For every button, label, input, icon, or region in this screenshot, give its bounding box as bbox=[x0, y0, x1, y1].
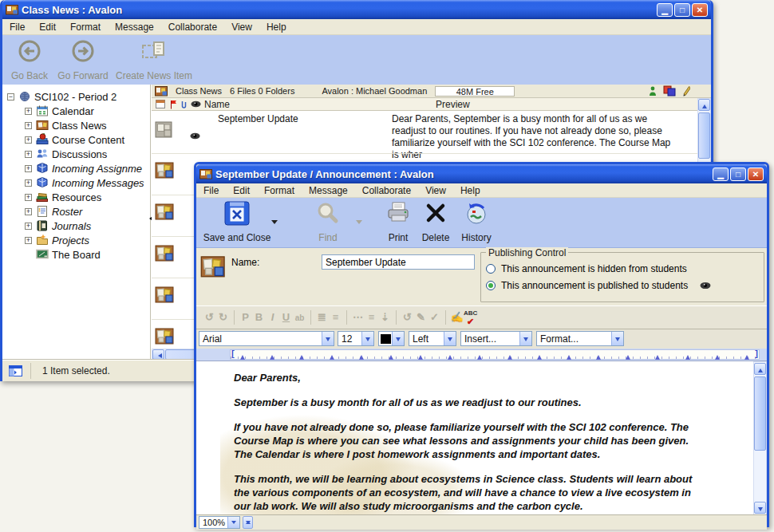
tree-item-resources[interactable]: + Resources bbox=[7, 190, 150, 204]
dropdown-arrow-icon[interactable] bbox=[519, 332, 531, 345]
tree-root-label[interactable]: SCI102 - Period 2 bbox=[34, 91, 116, 103]
hidden-radio[interactable] bbox=[486, 264, 496, 274]
tree-item-the-board[interactable]: The Board bbox=[7, 247, 150, 262]
tree-item-label[interactable]: Roster bbox=[52, 206, 82, 218]
dropdown-arrow-icon[interactable] bbox=[392, 332, 404, 345]
expand-toggle[interactable]: + bbox=[25, 237, 32, 244]
name-column-header[interactable]: Name bbox=[204, 99, 230, 110]
tree-root-item[interactable]: − SCI102 - Period 2 bbox=[7, 89, 150, 104]
scroll-left-button[interactable] bbox=[152, 349, 164, 360]
menu-message[interactable]: Message bbox=[302, 183, 355, 198]
menu-message[interactable]: Message bbox=[108, 20, 161, 34]
tree-item-course-content[interactable]: + Course Content bbox=[7, 132, 150, 147]
print-button[interactable]: Print bbox=[380, 201, 417, 242]
expand-toggle[interactable]: + bbox=[25, 223, 32, 230]
tree-item-calendar[interactable]: + Calendar bbox=[7, 104, 150, 118]
expand-toggle[interactable]: + bbox=[25, 194, 32, 201]
preview-column-header[interactable]: Preview bbox=[436, 99, 470, 110]
insert-combo[interactable]: Insert... bbox=[460, 331, 532, 346]
scroll-thumb[interactable] bbox=[698, 112, 710, 159]
delete-button[interactable]: Delete bbox=[417, 201, 455, 242]
tree-item-incoming-messages[interactable]: + Incoming Messages bbox=[7, 175, 150, 190]
scroll-thumb[interactable] bbox=[754, 376, 766, 451]
close-button[interactable]: ✕ bbox=[748, 167, 764, 181]
ruler-left-margin[interactable]: [ bbox=[231, 349, 235, 358]
font-family-combo[interactable]: Arial bbox=[199, 331, 334, 346]
expand-toggle[interactable]: + bbox=[25, 108, 32, 115]
edit-pen-icon[interactable]: ✎ bbox=[414, 309, 428, 326]
dropdown-arrow-icon[interactable] bbox=[444, 332, 456, 345]
expand-toggle[interactable]: + bbox=[25, 122, 32, 129]
tree-item-class-news[interactable]: + Class News bbox=[7, 118, 150, 132]
maximize-button[interactable]: □ bbox=[674, 3, 690, 17]
italic-icon[interactable]: I bbox=[266, 309, 279, 326]
minimize-button[interactable]: ▁ bbox=[657, 3, 673, 17]
scroll-up-button[interactable] bbox=[754, 363, 766, 375]
menu-edit[interactable]: Edit bbox=[226, 183, 257, 198]
undo-icon[interactable]: ↺ bbox=[203, 309, 216, 326]
menu-format[interactable]: Format bbox=[63, 20, 108, 34]
minimize-button[interactable]: ▁ bbox=[713, 167, 729, 181]
bullet-list-icon[interactable]: ≡ bbox=[329, 309, 342, 326]
expand-toggle[interactable]: + bbox=[25, 165, 32, 172]
tree-item-label[interactable]: Incoming Messages bbox=[52, 177, 144, 189]
class-news-titlebar[interactable]: Class News : Avalon ▁ □ ✕ bbox=[2, 0, 711, 19]
tree-item-label[interactable]: The Board bbox=[52, 249, 101, 261]
bold-icon[interactable]: B bbox=[252, 309, 266, 326]
plain-style-icon[interactable]: P bbox=[239, 309, 252, 326]
item-column-icon[interactable] bbox=[156, 100, 165, 108]
layers-icon[interactable] bbox=[663, 85, 676, 97]
announcement-item-icon[interactable] bbox=[155, 286, 176, 305]
expand-toggle[interactable]: + bbox=[25, 208, 32, 215]
hidden-radio-label[interactable]: This announcement is hidden from student… bbox=[501, 263, 687, 274]
save-options-caret[interactable] bbox=[271, 220, 278, 227]
edit-pencil-icon[interactable] bbox=[681, 85, 690, 97]
menu-file[interactable]: File bbox=[2, 20, 32, 34]
expand-toggle[interactable]: + bbox=[25, 136, 32, 144]
style-abc-icon[interactable]: ab bbox=[293, 309, 306, 327]
align-icon[interactable]: ≡ bbox=[365, 309, 378, 326]
go-forward-button[interactable]: Go Forward bbox=[58, 39, 108, 81]
menu-collaborate[interactable]: Collaborate bbox=[355, 183, 418, 198]
menu-help[interactable]: Help bbox=[259, 20, 294, 34]
history-button[interactable]: History bbox=[455, 201, 498, 242]
find-button[interactable]: Find bbox=[300, 201, 356, 242]
announcement-item-icon[interactable] bbox=[155, 203, 176, 222]
save-and-close-button[interactable]: Save and Close bbox=[203, 201, 271, 242]
attachment-column-icon[interactable] bbox=[180, 100, 188, 109]
dropdown-arrow-icon[interactable] bbox=[227, 517, 239, 528]
menu-file[interactable]: File bbox=[196, 183, 226, 198]
flag-column-icon[interactable] bbox=[170, 100, 177, 109]
font-color-combo[interactable] bbox=[378, 331, 405, 346]
tree-item-label[interactable]: Course Content bbox=[52, 134, 124, 146]
tab-stop-marker[interactable] bbox=[240, 353, 245, 360]
body-vertical-scrollbar[interactable] bbox=[753, 361, 767, 514]
maximize-button[interactable]: □ bbox=[730, 167, 746, 181]
menu-format[interactable]: Format bbox=[257, 183, 302, 198]
tree-item-label[interactable]: Journals bbox=[52, 220, 91, 232]
dropdown-arrow-icon[interactable] bbox=[361, 332, 373, 345]
underline-icon[interactable]: U bbox=[279, 309, 293, 326]
alignment-combo[interactable]: Left bbox=[409, 331, 456, 346]
list-row-september-update[interactable]: September Update Dear Parents, September… bbox=[152, 111, 697, 153]
menu-view[interactable]: View bbox=[418, 183, 453, 198]
menu-view[interactable]: View bbox=[224, 20, 259, 34]
tree-item-label[interactable]: Calendar bbox=[52, 105, 94, 117]
dropdown-arrow-icon[interactable] bbox=[322, 332, 334, 345]
indent-icon[interactable]: ⋯ bbox=[351, 309, 365, 326]
announcement-titlebar[interactable]: September Update / Announcement : Avalon… bbox=[196, 164, 767, 183]
published-radio-label[interactable]: This announcement is published to studen… bbox=[501, 280, 688, 291]
go-back-button[interactable]: Go Back bbox=[9, 39, 50, 81]
zoom-combo[interactable]: 100% bbox=[199, 516, 240, 529]
revert-icon[interactable]: ↺ bbox=[401, 309, 414, 326]
menu-collaborate[interactable]: Collaborate bbox=[161, 20, 224, 34]
announcement-body[interactable]: Dear Parents, September is a busy month … bbox=[196, 361, 767, 514]
redo-icon[interactable]: ↻ bbox=[216, 309, 230, 326]
format-combo[interactable]: Format... bbox=[536, 331, 624, 346]
name-input[interactable] bbox=[322, 254, 475, 270]
announcement-item-icon[interactable] bbox=[155, 327, 176, 346]
zoom-stepper[interactable] bbox=[243, 516, 253, 529]
dropdown-arrow-icon[interactable] bbox=[611, 332, 623, 345]
viewed-column-icon[interactable] bbox=[191, 100, 201, 108]
tree-item-label[interactable]: Class News bbox=[52, 120, 107, 132]
